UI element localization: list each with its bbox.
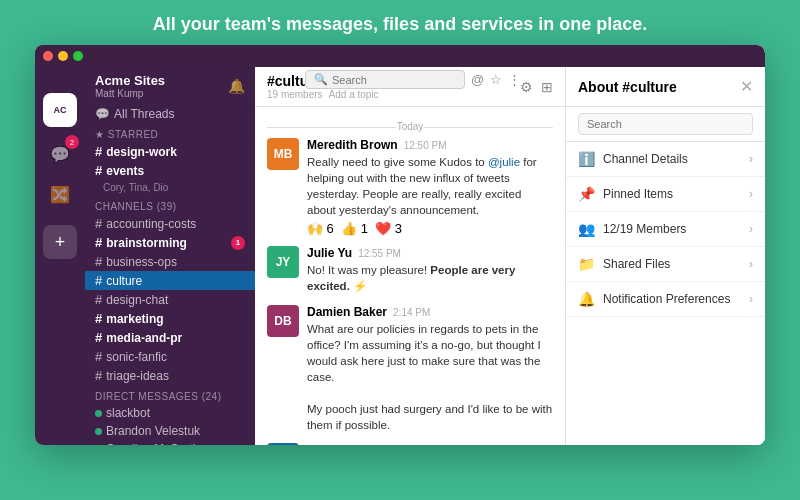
sidebar-item-media-pr[interactable]: # media-and-pr: [85, 328, 255, 347]
sidebar-item-culture[interactable]: # culture: [85, 271, 255, 290]
sidebar-add[interactable]: +: [43, 225, 77, 259]
close-icon[interactable]: ✕: [740, 77, 753, 96]
bell-icon[interactable]: 🔔: [228, 78, 245, 94]
workspace-name: Acme Sites: [95, 73, 165, 88]
message-text: What are our policies in regards to pets…: [307, 321, 553, 434]
panel-search-input[interactable]: [578, 113, 753, 135]
sidebar-item-brainstorming[interactable]: # brainstorming 1: [85, 233, 255, 252]
message-row: DB Damien Baker 2:14 PM What are our pol…: [267, 305, 553, 434]
star-icon[interactable]: ☆: [490, 72, 502, 87]
sidebar-item-events[interactable]: # events: [85, 161, 255, 180]
icon-sidebar: AC 💬 2 🔀 +: [35, 45, 85, 445]
dm-slackbot[interactable]: slackbot: [85, 404, 255, 422]
app-window: AC 💬 2 🔀 + Acme Sites Matt Kump 🔔 💬 All …: [35, 45, 765, 445]
brainstorming-badge: 1: [231, 236, 245, 250]
message-header: Damien Baker 2:14 PM: [307, 305, 553, 319]
sidebar-item-sonic[interactable]: # sonic-fanfic: [85, 347, 255, 366]
hash-icon: #: [95, 368, 102, 383]
starred-label: ★ STARRED: [85, 123, 255, 142]
settings-icon[interactable]: ⚙: [520, 79, 533, 95]
search-input[interactable]: [332, 74, 452, 86]
message-author: Meredith Brown: [307, 138, 398, 152]
right-panel-title: About #culture: [578, 79, 677, 95]
emoji-reactions[interactable]: 🙌 6 👍 1 ❤️ 3: [307, 221, 553, 236]
panel-item-left: 📌 Pinned Items: [578, 186, 673, 202]
more-icon[interactable]: ⋮: [508, 72, 521, 87]
online-dot: [95, 428, 102, 435]
dm-caroline[interactable]: Caroline McCarthy: [85, 440, 255, 445]
message-body: Damien Baker 2:14 PM What are our polici…: [307, 305, 553, 434]
panel-item-channel-details[interactable]: ℹ️ Channel Details ›: [566, 142, 765, 177]
dm-label: DIRECT MESSAGES (24): [85, 385, 255, 404]
right-panel: About #culture ✕ ℹ️ Channel Details › 📌 …: [565, 67, 765, 445]
workspace-avatar[interactable]: AC: [43, 93, 77, 127]
sidebar-item-design-chat[interactable]: # design-chat: [85, 290, 255, 309]
arrow-icon: ›: [749, 187, 753, 201]
message-body: Julie Yu 12:55 PM No! It was my pleasure…: [307, 246, 553, 294]
panel-item-members[interactable]: 👥 12/19 Members ›: [566, 212, 765, 247]
sidebar-item-design-work[interactable]: # design-work: [85, 142, 255, 161]
panel-item-left: 📁 Shared Files: [578, 256, 670, 272]
hash-icon: #: [95, 144, 102, 159]
sidebar-item-accounting[interactable]: # accounting-costs: [85, 214, 255, 233]
top-search-area: 🔍 @ ☆ ⋮: [305, 67, 521, 92]
pinned-items-label: Pinned Items: [603, 187, 673, 201]
workspace-user: Matt Kump: [95, 88, 165, 99]
search-box[interactable]: 🔍: [305, 70, 465, 89]
online-dot: [95, 410, 102, 417]
grid-icon[interactable]: ⊞: [541, 79, 553, 95]
threads-icon: 💬: [95, 107, 110, 121]
sidebar-icon-1[interactable]: 💬 2: [43, 137, 77, 171]
notification-prefs-icon: 🔔: [578, 291, 595, 307]
message-time: 2:14 PM: [393, 307, 430, 318]
panel-item-pinned-items[interactable]: 📌 Pinned Items ›: [566, 177, 765, 212]
pinned-items-icon: 📌: [578, 186, 595, 202]
hash-icon-events: #: [95, 163, 102, 178]
dm-brandon[interactable]: Brandon Velestuk: [85, 422, 255, 440]
message-author: Julie Yu: [307, 246, 352, 260]
title-bar: [35, 45, 765, 67]
header-icons: ⚙ ⊞: [520, 79, 553, 95]
hash-icon: #: [95, 216, 102, 231]
message-body: Jake Grimes 2:18 PM Your assumption is c…: [307, 443, 553, 445]
messages-area: Today MB Meredith Brown 12:50 PM Really …: [255, 107, 565, 445]
sidebar-item-business-ops[interactable]: # business-ops: [85, 252, 255, 271]
at-icon[interactable]: @: [471, 72, 484, 87]
sidebar-item-triage[interactable]: # triage-ideas: [85, 366, 255, 385]
panel-item-notification-prefs[interactable]: 🔔 Notification Preferences ›: [566, 282, 765, 317]
hash-icon: #: [95, 235, 102, 250]
panel-search: [566, 107, 765, 142]
sidebar-icon-2[interactable]: 🔀: [43, 177, 77, 211]
channels-label: CHANNELS (39): [85, 195, 255, 214]
panel-item-shared-files[interactable]: 📁 Shared Files ›: [566, 247, 765, 282]
message-time: 12:55 PM: [358, 248, 401, 259]
workspace-header[interactable]: Acme Sites Matt Kump 🔔: [85, 67, 255, 105]
traffic-light-green[interactable]: [73, 51, 83, 61]
avatar: DB: [267, 305, 299, 337]
all-threads-item[interactable]: 💬 All Threads: [85, 105, 255, 123]
arrow-icon: ›: [749, 222, 753, 236]
panel-item-left: 👥 12/19 Members: [578, 221, 686, 237]
panel-item-left: ℹ️ Channel Details: [578, 151, 688, 167]
hash-icon: #: [95, 254, 102, 269]
panel-item-left: 🔔 Notification Preferences: [578, 291, 730, 307]
message-text: No! It was my pleasure! People are very …: [307, 262, 553, 294]
message-header: Jake Grimes 2:18 PM: [307, 443, 553, 445]
channel-sidebar: Acme Sites Matt Kump 🔔 💬 All Threads ★ S…: [85, 45, 255, 445]
shared-files-label: Shared Files: [603, 257, 670, 271]
sidebar-item-marketing[interactable]: # marketing: [85, 309, 255, 328]
traffic-light-red[interactable]: [43, 51, 53, 61]
members-label: 12/19 Members: [603, 222, 686, 236]
notification-prefs-label: Notification Preferences: [603, 292, 730, 306]
hash-icon: #: [95, 273, 102, 288]
date-divider: Today: [267, 121, 553, 132]
message-row: JG Jake Grimes 2:18 PM Your assumption i…: [267, 443, 553, 445]
members-icon: 👥: [578, 221, 595, 237]
avatar: JG: [267, 443, 299, 445]
main-content: #culture 19 members Add a topic ⚙ ⊞ 🔍 @ …: [255, 67, 565, 445]
hash-icon: #: [95, 292, 102, 307]
message-row: MB Meredith Brown 12:50 PM Really need t…: [267, 138, 553, 236]
message-header: Meredith Brown 12:50 PM: [307, 138, 553, 152]
traffic-light-yellow[interactable]: [58, 51, 68, 61]
sidebar-events-users: Cory, Tina, Dio: [85, 180, 255, 195]
